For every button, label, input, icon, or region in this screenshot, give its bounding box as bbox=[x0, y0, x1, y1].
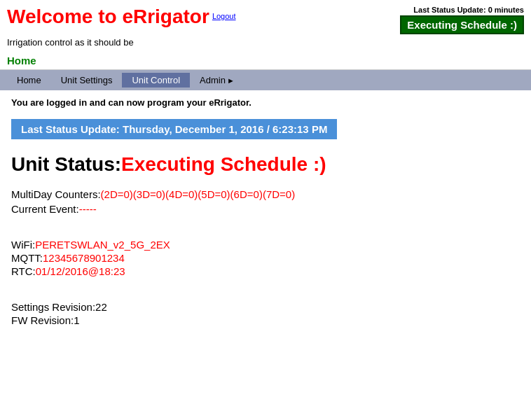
wifi-label: WiFi: bbox=[11, 239, 35, 251]
nav-home[interactable]: Home bbox=[7, 73, 51, 88]
last-update-header: Last Status Update: 0 minutes bbox=[400, 6, 524, 14]
current-event-value: ----- bbox=[79, 203, 97, 215]
multiday-value: (2D=0)(3D=0)(4D=0)(5D=0)(6D=0)(7D=0) bbox=[101, 188, 296, 200]
main-content: You are logged in and can now program yo… bbox=[0, 90, 531, 333]
nav-admin-label: Admin bbox=[200, 75, 226, 85]
multiday-label: MultiDay Counters: bbox=[11, 188, 101, 200]
wifi-value: PERETSWLAN_v2_5G_2EX bbox=[35, 239, 170, 251]
rtc-line: RTC:01/12/2016@18:23 bbox=[11, 265, 520, 277]
unit-status-label: Unit Status: bbox=[11, 153, 121, 175]
executing-badge: Executing Schedule :) bbox=[400, 15, 524, 34]
logout-link[interactable]: Logout bbox=[212, 12, 236, 20]
unit-status-line: Unit Status:Executing Schedule :) bbox=[11, 153, 520, 176]
multiday-counters: MultiDay Counters:(2D=0)(3D=0)(4D=0)(5D=… bbox=[11, 188, 520, 200]
nav-unit-settings[interactable]: Unit Settings bbox=[51, 73, 123, 88]
fw-rev-value: 1 bbox=[74, 314, 79, 326]
settings-section: Settings Revision:22 FW Revision:1 bbox=[11, 301, 520, 326]
nav-unit-control[interactable]: Unit Control bbox=[122, 73, 190, 88]
unit-status-value: Executing Schedule :) bbox=[121, 153, 326, 175]
site-title: Welcome to eRrigator bbox=[7, 6, 209, 27]
settings-revision: Settings Revision:22 bbox=[11, 301, 520, 313]
mqtt-label: MQTT: bbox=[11, 252, 43, 264]
current-event-label: Current Event: bbox=[11, 203, 79, 215]
status-header: Last Status Update: 0 minutes Executing … bbox=[400, 6, 524, 34]
chevron-right-icon: ► bbox=[227, 76, 235, 85]
breadcrumb: Home bbox=[0, 52, 531, 70]
mqtt-value: 12345678901234 bbox=[43, 252, 125, 264]
mqtt-line: MQTT:12345678901234 bbox=[11, 252, 520, 264]
wifi-line: WiFi:PERETSWLAN_v2_5G_2EX bbox=[11, 239, 520, 251]
tagline: Irrigation control as it should be bbox=[0, 37, 531, 52]
settings-rev-value: 22 bbox=[95, 301, 107, 313]
status-update-box: Last Status Update: Thursday, December 1… bbox=[11, 119, 337, 139]
logged-in-message: You are logged in and can now program yo… bbox=[11, 97, 520, 108]
info-section: MultiDay Counters:(2D=0)(3D=0)(4D=0)(5D=… bbox=[11, 188, 520, 215]
fw-rev-label: FW Revision: bbox=[11, 314, 74, 326]
nav-admin[interactable]: Admin► bbox=[190, 73, 244, 88]
navbar: Home Unit Settings Unit Control Admin► bbox=[0, 70, 531, 90]
rtc-value: 01/12/2016@18:23 bbox=[36, 265, 125, 277]
fw-revision: FW Revision:1 bbox=[11, 314, 520, 326]
current-event: Current Event:----- bbox=[11, 203, 520, 215]
settings-rev-label: Settings Revision: bbox=[11, 301, 95, 313]
header: Welcome to eRrigatorLogout Last Status U… bbox=[0, 0, 531, 37]
connection-section: WiFi:PERETSWLAN_v2_5G_2EX MQTT:123456789… bbox=[11, 239, 520, 277]
site-title-area: Welcome to eRrigatorLogout bbox=[7, 6, 236, 28]
rtc-label: RTC: bbox=[11, 265, 36, 277]
